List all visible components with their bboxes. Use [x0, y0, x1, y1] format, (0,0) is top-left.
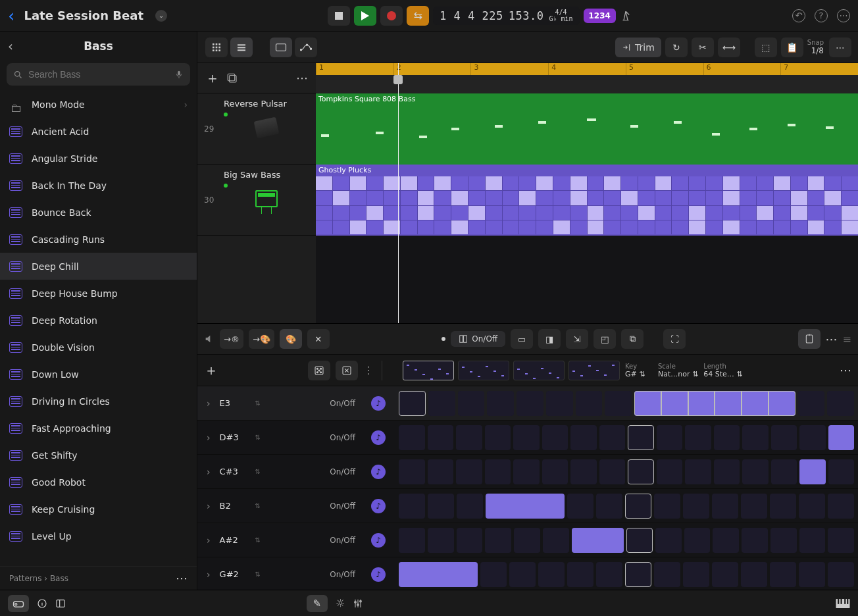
step-cell[interactable]	[657, 425, 683, 450]
step-cell[interactable]	[576, 391, 603, 416]
playhead[interactable]	[398, 63, 399, 323]
step-cell[interactable]	[517, 391, 543, 416]
step-cell[interactable]	[486, 494, 512, 519]
seq-more-icon[interactable]: ⋯	[826, 332, 838, 346]
step-cell[interactable]	[538, 562, 565, 587]
scissors-tool-button[interactable]: ✂	[692, 38, 714, 57]
step-cell[interactable]	[542, 459, 568, 484]
step-cell[interactable]	[451, 562, 478, 587]
pattern-thumb[interactable]	[568, 361, 620, 380]
step-cell[interactable]	[828, 459, 855, 484]
sidebar-item[interactable]: Driving In Circles	[0, 388, 197, 415]
step-cell[interactable]	[770, 494, 796, 519]
step-cell[interactable]	[485, 528, 511, 553]
loop-tool-button[interactable]: ↻	[665, 38, 688, 57]
sidebar-item[interactable]: Keep Cruising	[0, 496, 197, 523]
seq-view3-icon[interactable]: ⇲	[566, 329, 588, 349]
row-mode[interactable]: On/Off	[330, 570, 355, 579]
sort-icon[interactable]: ⇅	[255, 434, 261, 441]
step-cell[interactable]	[567, 562, 593, 587]
step-cell[interactable]	[828, 494, 854, 519]
row-mode[interactable]: On/Off	[330, 433, 355, 442]
count-in-button[interactable]: 1234	[584, 9, 616, 23]
trim-tool-button[interactable]: Trim	[615, 38, 661, 57]
step-cell[interactable]	[399, 494, 425, 519]
step-cell[interactable]	[769, 391, 795, 416]
sort-icon[interactable]: ⇅	[255, 502, 261, 509]
sidebar-item[interactable]: Good Robot	[0, 469, 197, 496]
row-note[interactable]: E3	[220, 398, 246, 408]
step-cell[interactable]	[513, 459, 540, 484]
breadcrumb[interactable]: Patterns › Bass	[9, 574, 68, 583]
step-cell[interactable]	[715, 391, 742, 416]
step-cell[interactable]	[741, 494, 767, 519]
region-plucks[interactable]: Ghostly Plucks	[316, 165, 858, 236]
step-cell[interactable]	[428, 459, 454, 484]
step-cell[interactable]	[399, 528, 425, 553]
params-menu-icon[interactable]: ⋮	[363, 364, 374, 376]
step-cell[interactable]	[596, 562, 622, 587]
region-bass[interactable]: Tompkins Square 808 Bass	[316, 93, 858, 165]
view-automation-button[interactable]	[295, 38, 317, 57]
seq-close-icon[interactable]: ✕	[307, 329, 330, 349]
view-regions-button[interactable]	[270, 38, 292, 57]
row-note[interactable]: G#2	[220, 569, 246, 579]
seq-volume-icon[interactable]	[204, 334, 214, 344]
seq-view4-icon[interactable]: ◰	[593, 329, 616, 349]
step-cell[interactable]	[399, 391, 426, 416]
mixer-icon[interactable]	[353, 598, 363, 609]
step-cell[interactable]	[685, 459, 711, 484]
seq-view2-icon[interactable]: ◨	[538, 329, 561, 349]
step-cell[interactable]	[742, 391, 769, 416]
step-cell[interactable]	[799, 425, 826, 450]
step-cell[interactable]	[828, 528, 854, 553]
add-track-button[interactable]: ＋	[205, 68, 220, 88]
step-cell[interactable]	[625, 562, 651, 587]
note-type-icon[interactable]	[371, 430, 386, 445]
help-icon[interactable]: ?	[815, 9, 828, 22]
seq-palette-icon[interactable]: →🎨	[249, 329, 274, 349]
step-cell[interactable]	[684, 528, 711, 553]
expand-icon[interactable]: ›	[207, 569, 211, 580]
step-cell[interactable]	[713, 528, 739, 553]
sidebar-item[interactable]: Deep House Bump	[0, 280, 197, 307]
params-more-icon[interactable]: ⋯	[840, 363, 851, 377]
step-cell[interactable]	[661, 391, 688, 416]
step-cell[interactable]	[657, 459, 683, 484]
step-cell[interactable]	[509, 562, 536, 587]
step-cell[interactable]	[428, 528, 454, 553]
sidebar-item[interactable]: Fast Approaching	[0, 415, 197, 442]
step-cell[interactable]	[543, 528, 569, 553]
sort-icon[interactable]: ⇅	[255, 468, 261, 475]
row-mode[interactable]: On/Off	[330, 467, 355, 476]
step-cell[interactable]	[512, 494, 538, 519]
step-cell[interactable]	[567, 494, 593, 519]
step-cell[interactable]	[712, 562, 738, 587]
track-enable-dot[interactable]	[224, 113, 228, 116]
step-cell[interactable]	[538, 494, 565, 519]
sidebar-item[interactable]: Bounce Back	[0, 199, 197, 226]
step-cell[interactable]	[628, 425, 654, 450]
tracks-more-icon[interactable]: ⋯	[829, 38, 851, 57]
sort-icon[interactable]: ⇅	[255, 399, 261, 407]
key-param[interactable]: Key G# ⇅	[625, 363, 653, 378]
seq-fullscreen-icon[interactable]: ⛶	[663, 329, 686, 349]
pencil-tool-icon[interactable]: ✎	[307, 595, 328, 612]
view-grid-button[interactable]	[205, 38, 228, 57]
step-cell[interactable]	[688, 391, 715, 416]
search-input[interactable]	[28, 69, 169, 80]
step-cell[interactable]	[605, 391, 632, 416]
row-mode[interactable]: On/Off	[330, 501, 355, 511]
step-cell[interactable]	[828, 562, 854, 587]
sidebar-item[interactable]: Double Vision	[0, 334, 197, 361]
view-list-button[interactable]	[230, 38, 253, 57]
back-chevron-icon[interactable]: ‹	[8, 6, 14, 26]
sidebar-back-icon[interactable]: ‹	[8, 38, 13, 54]
step-cell[interactable]	[827, 391, 854, 416]
step-cell[interactable]	[428, 425, 454, 450]
join-tool-button[interactable]: ⟷	[718, 38, 740, 57]
track-header-30[interactable]: 30 Big Saw Bass	[197, 165, 316, 236]
note-type-icon[interactable]	[371, 465, 386, 479]
row-note[interactable]: A#2	[220, 535, 246, 545]
step-cell[interactable]	[742, 459, 769, 484]
